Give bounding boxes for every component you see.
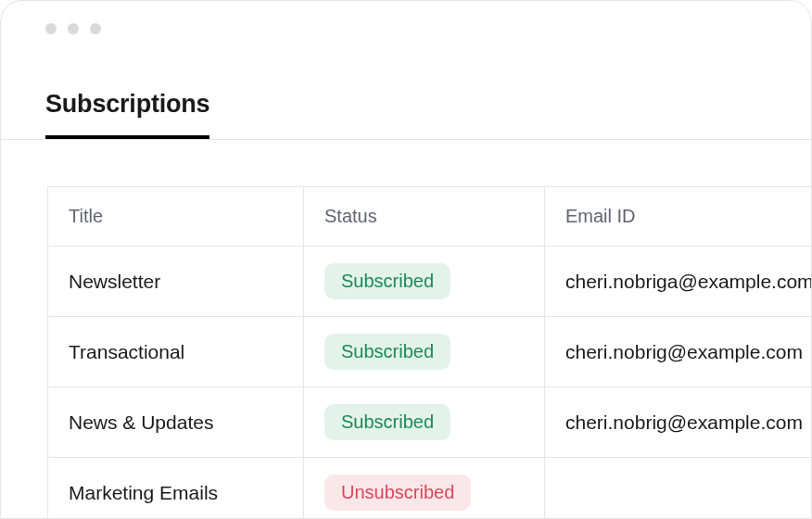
cell-email: cheri.nobrig@example.com xyxy=(545,317,813,387)
column-header-email: Email ID xyxy=(545,187,813,247)
table-row[interactable]: Transactional Subscribed cheri.nobrig@ex… xyxy=(48,317,813,387)
cell-status: Unsubscribed xyxy=(304,458,545,520)
column-header-status: Status xyxy=(304,187,545,247)
cell-status: Subscribed xyxy=(304,317,545,387)
column-header-title: Title xyxy=(48,187,304,247)
status-badge: Subscribed xyxy=(324,263,450,299)
table-header-row: Title Status Email ID xyxy=(48,187,813,247)
cell-status: Subscribed xyxy=(304,387,545,458)
cell-title: News & Updates xyxy=(48,387,304,458)
cell-title: Marketing Emails xyxy=(48,458,304,520)
status-badge: Subscribed xyxy=(324,334,450,370)
cell-email: cheri.nobriga@example.com xyxy=(545,247,813,317)
table-row[interactable]: News & Updates Subscribed cheri.nobrig@e… xyxy=(48,387,813,458)
table-row[interactable]: Marketing Emails Unsubscribed xyxy=(48,458,813,520)
app-window: Subscriptions Title Status Email ID News… xyxy=(0,0,812,519)
cell-title: Transactional xyxy=(48,317,304,387)
tabs-bar: Subscriptions xyxy=(1,34,811,140)
cell-email: cheri.nobrig@example.com xyxy=(545,387,813,458)
window-titlebar xyxy=(1,1,811,34)
traffic-light-close-icon[interactable] xyxy=(45,23,57,34)
cell-title: Newsletter xyxy=(48,247,304,317)
table-row[interactable]: Newsletter Subscribed cheri.nobriga@exam… xyxy=(48,247,813,317)
traffic-light-minimize-icon[interactable] xyxy=(68,23,79,34)
traffic-light-zoom-icon[interactable] xyxy=(90,23,101,34)
status-badge: Subscribed xyxy=(324,404,450,440)
cell-email xyxy=(545,458,813,520)
content-area: Title Status Email ID Newsletter Subscri… xyxy=(1,140,811,519)
subscriptions-table: Title Status Email ID Newsletter Subscri… xyxy=(47,186,812,519)
cell-status: Subscribed xyxy=(304,247,545,317)
tab-subscriptions[interactable]: Subscriptions xyxy=(45,90,209,139)
status-badge: Unsubscribed xyxy=(324,475,471,511)
